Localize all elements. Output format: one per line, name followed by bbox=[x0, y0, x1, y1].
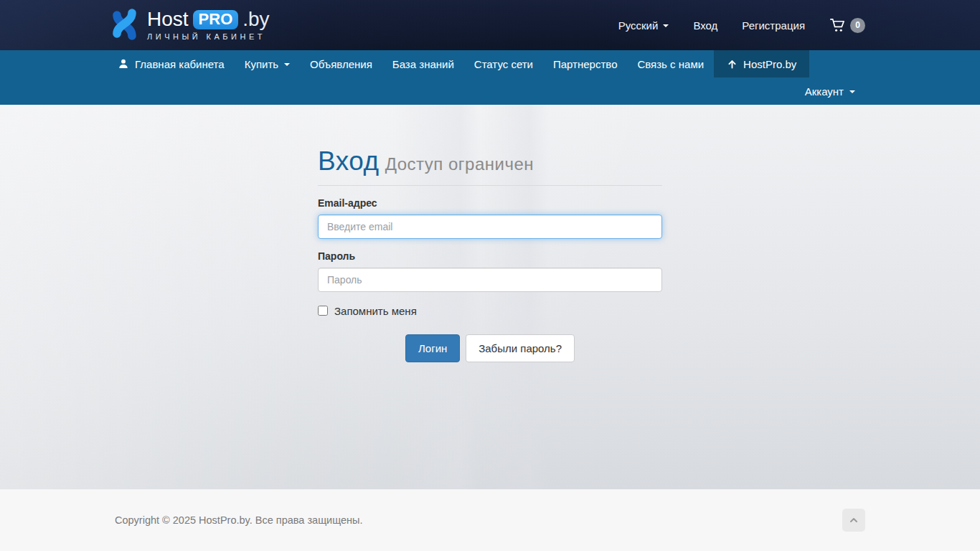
login-panel: ВходДоступ ограничен Email-адрес Пароль … bbox=[318, 105, 662, 362]
site-footer: Copyright © 2025 HostPro.by. Все права з… bbox=[0, 489, 980, 551]
brand-host: Host bbox=[147, 9, 189, 29]
nav-item-hostpro-site[interactable]: HostPro.by bbox=[714, 50, 809, 77]
brand-subtitle: ЛИЧНЫЙ КАБИНЕТ bbox=[147, 32, 270, 41]
nav-item-affiliates[interactable]: Партнерство bbox=[543, 50, 628, 77]
main-navbar: Главная кабинета Купить Объявления База … bbox=[0, 50, 980, 105]
site-header: Host PRO .by ЛИЧНЫЙ КАБИНЕТ Русский Вход… bbox=[0, 0, 980, 50]
remember-me-checkbox[interactable] bbox=[318, 306, 328, 316]
nav-item-contact[interactable]: Связь с нами bbox=[627, 50, 714, 77]
login-button[interactable]: Логин bbox=[405, 334, 460, 362]
chevron-down-icon bbox=[663, 24, 669, 27]
page-header: ВходДоступ ограничен bbox=[318, 147, 662, 186]
cart-count-badge: 0 bbox=[850, 18, 865, 33]
chevron-down-icon bbox=[284, 63, 290, 66]
chevron-up-icon bbox=[848, 514, 859, 526]
nav-item-network-status[interactable]: Статус сети bbox=[464, 50, 543, 77]
login-link[interactable]: Вход bbox=[693, 19, 717, 32]
nav-item-knowledgebase[interactable]: База знаний bbox=[382, 50, 464, 77]
main-content: ВходДоступ ограничен Email-адрес Пароль … bbox=[0, 105, 980, 489]
email-field[interactable] bbox=[318, 215, 662, 239]
page-subtitle: Доступ ограничен bbox=[385, 154, 534, 174]
page-title: ВходДоступ ограничен bbox=[318, 147, 662, 176]
arrow-up-icon bbox=[727, 59, 738, 70]
copyright-text: Copyright © 2025 HostPro.by. Все права з… bbox=[108, 514, 362, 526]
language-dropdown[interactable]: Русский bbox=[618, 19, 669, 32]
language-label: Русский bbox=[618, 19, 659, 32]
topbar-menu: Русский Вход Регистрация 0 bbox=[618, 17, 865, 34]
hostpro-logo-icon bbox=[108, 7, 141, 43]
chevron-down-icon bbox=[849, 90, 855, 93]
user-icon bbox=[118, 58, 129, 70]
account-dropdown[interactable]: Аккаунт bbox=[795, 85, 865, 98]
remember-me-label: Запомнить меня bbox=[334, 305, 417, 317]
brand-tld: .by bbox=[242, 9, 269, 29]
brand-pro-badge: PRO bbox=[193, 10, 239, 29]
scroll-to-top-button[interactable] bbox=[842, 509, 865, 532]
password-field[interactable] bbox=[318, 268, 662, 292]
nav-item-dashboard[interactable]: Главная кабинета bbox=[108, 50, 235, 77]
brand-logo[interactable]: Host PRO .by ЛИЧНЫЙ КАБИНЕТ bbox=[108, 7, 270, 43]
shopping-cart-icon bbox=[829, 17, 846, 34]
register-link[interactable]: Регистрация bbox=[742, 19, 805, 32]
cart-button[interactable]: 0 bbox=[829, 17, 865, 34]
nav-item-buy[interactable]: Купить bbox=[235, 50, 300, 77]
nav-item-announcements[interactable]: Объявления bbox=[300, 50, 382, 77]
email-label: Email-адрес bbox=[318, 197, 662, 209]
password-label: Пароль bbox=[318, 250, 662, 262]
forgot-password-button[interactable]: Забыли пароль? bbox=[466, 334, 575, 362]
